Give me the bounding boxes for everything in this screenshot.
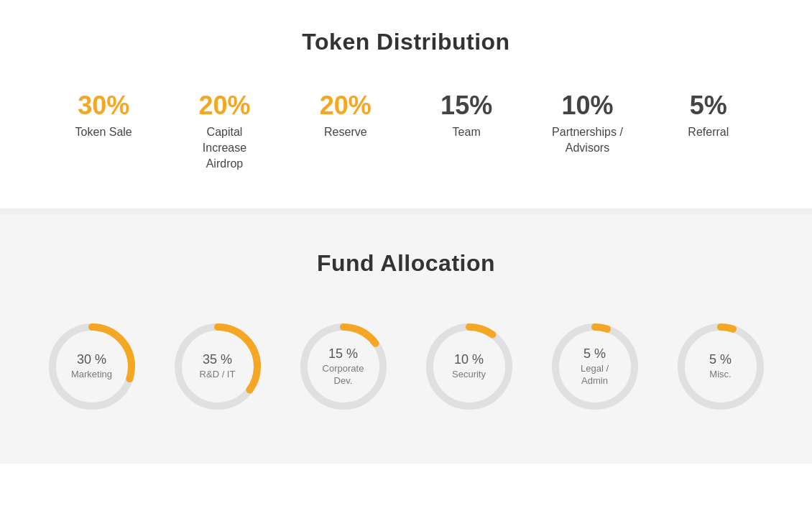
token-item-capital-increase: 20%CapitalIncreaseAirdrop (164, 91, 285, 172)
donut-percent-security: 10 % (452, 352, 486, 367)
token-item-reserve: 20%Reserve (285, 91, 406, 140)
token-label-capital-increase: CapitalIncreaseAirdrop (203, 124, 246, 172)
donut-center-misc: 5 %Misc. (709, 352, 732, 381)
donut-label-misc: Misc. (709, 369, 732, 381)
token-label-team: Team (453, 124, 481, 140)
token-percent-team: 15% (440, 91, 492, 120)
donut-item-misc: 5 %Misc. (667, 313, 775, 420)
fund-allocation-title: Fund Allocation (29, 250, 783, 277)
donut-percent-corporate-dev: 15 % (323, 346, 364, 361)
donut-item-corporate-dev: 15 %CorporateDev. (290, 313, 397, 420)
section-divider (0, 208, 812, 214)
donut-item-rnd-it: 35 %R&D / IT (164, 313, 272, 420)
donut-center-marketing: 30 %Marketing (71, 352, 112, 381)
donut-percent-marketing: 30 % (71, 352, 112, 367)
donut-wrapper-corporate-dev: 15 %CorporateDev. (290, 313, 397, 420)
donut-center-corporate-dev: 15 %CorporateDev. (323, 346, 364, 387)
donut-center-legal-admin: 5 %Legal /Admin (581, 346, 609, 387)
token-item-token-sale: 30%Token Sale (43, 91, 164, 140)
donut-label-legal-admin: Legal /Admin (581, 362, 609, 387)
token-percent-reserve: 20% (320, 91, 372, 120)
token-label-partnerships: Partnerships /Advisors (552, 124, 623, 157)
donut-item-security: 10 %Security (415, 313, 523, 420)
donut-item-marketing: 30 %Marketing (38, 313, 146, 420)
donut-percent-legal-admin: 5 % (581, 346, 609, 361)
token-items-container: 30%Token Sale20%CapitalIncreaseAirdrop20… (43, 91, 769, 172)
donut-percent-misc: 5 % (709, 352, 732, 367)
token-label-token-sale: Token Sale (75, 124, 132, 140)
token-item-partnerships: 10%Partnerships /Advisors (527, 91, 647, 156)
donut-wrapper-legal-admin: 5 %Legal /Admin (541, 313, 649, 420)
fund-allocation-section: Fund Allocation 30 %Marketing35 %R&D / I… (0, 214, 812, 464)
token-distribution-section: Token Distribution 30%Token Sale20%Capit… (0, 0, 812, 208)
token-percent-referral: 5% (690, 91, 727, 120)
donut-center-rnd-it: 35 %R&D / IT (200, 352, 236, 381)
donut-wrapper-rnd-it: 35 %R&D / IT (164, 313, 272, 420)
token-label-reserve: Reserve (324, 124, 367, 140)
donut-item-legal-admin: 5 %Legal /Admin (541, 313, 649, 420)
token-distribution-title: Token Distribution (43, 29, 769, 55)
donut-items-container: 30 %Marketing35 %R&D / IT15 %CorporateDe… (29, 313, 783, 420)
donut-wrapper-security: 10 %Security (415, 313, 523, 420)
token-label-referral: Referral (688, 124, 729, 140)
donut-label-security: Security (452, 369, 486, 381)
donut-center-security: 10 %Security (452, 352, 486, 381)
token-percent-capital-increase: 20% (198, 91, 250, 120)
donut-label-rnd-it: R&D / IT (200, 369, 236, 381)
donut-wrapper-marketing: 30 %Marketing (38, 313, 146, 420)
token-item-team: 15%Team (406, 91, 527, 140)
donut-percent-rnd-it: 35 % (200, 352, 236, 367)
donut-label-corporate-dev: CorporateDev. (323, 362, 364, 387)
token-percent-partnerships: 10% (561, 91, 613, 120)
token-item-referral: 5%Referral (648, 91, 769, 140)
token-percent-token-sale: 30% (78, 91, 129, 120)
donut-label-marketing: Marketing (71, 369, 112, 381)
donut-wrapper-misc: 5 %Misc. (667, 313, 775, 420)
